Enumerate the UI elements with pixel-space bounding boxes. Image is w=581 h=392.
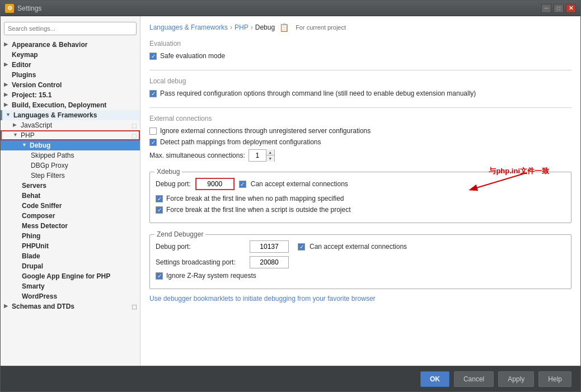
xdebug-force-break-no-mapping-checkbox[interactable] (156, 195, 163, 202)
maximize-button[interactable]: □ (554, 4, 564, 13)
xdebug-container: Xdebug Debug port: Can accept external c… (149, 172, 571, 223)
arrow-spacer (4, 51, 11, 58)
project-icon: 📋 (279, 23, 289, 32)
sidebar-item-label: PHPUnit (22, 242, 49, 250)
pass-options-label: Pass required configuration options thro… (160, 89, 476, 97)
sidebar-item-blade[interactable]: Blade (1, 251, 140, 261)
sidebar-item-drupal[interactable]: Drupal (1, 261, 140, 271)
breadcrumb-languages[interactable]: Languages & Frameworks (149, 23, 228, 31)
sidebar-item-label: DBGp Proxy (31, 162, 68, 169)
xdebug-can-accept-label: Can accept external connections (251, 180, 348, 188)
cancel-button[interactable]: Cancel (454, 371, 494, 387)
sidebar-item-editor[interactable]: ▶ Editor (1, 60, 140, 70)
app-icon: ⚙ (5, 4, 14, 13)
arrow-spacer (4, 72, 11, 78)
safe-mode-row: Safe evaluation mode (149, 52, 571, 60)
xdebug-box: Xdebug Debug port: Can accept external c… (149, 172, 571, 223)
zend-ignore-zray-row: Ignore Z-Ray system requests (156, 272, 565, 280)
sidebar-item-servers[interactable]: Servers (1, 181, 140, 191)
apply-button[interactable]: Apply (498, 371, 534, 387)
sidebar-item-composer[interactable]: Composer (1, 211, 140, 221)
sidebar-item-php[interactable]: ▼ PHP ⬚ (1, 130, 140, 140)
sidebar-item-languages[interactable]: ▼ Languages & Frameworks (1, 110, 140, 120)
external-connections-section: External connections Ignore external con… (149, 115, 571, 162)
sidebar-item-smarty[interactable]: Smarty (1, 281, 140, 291)
sidebar-item-label: Keymap (12, 51, 38, 59)
xdebug-port-input[interactable] (195, 178, 235, 190)
close-button[interactable]: ✕ (566, 4, 576, 13)
search-input[interactable] (4, 22, 137, 35)
minimize-button[interactable]: ─ (541, 4, 551, 13)
xdebug-force-break-outside-label: Force break at the first line when a scr… (166, 206, 351, 214)
sidebar-item-label: Code Sniffer (22, 202, 62, 210)
safe-mode-label: Safe evaluation mode (160, 52, 225, 60)
sidebar-item-step-filters[interactable]: Step Filters (1, 171, 140, 181)
sidebar: ▶ Appearance & Behavior Keymap ▶ Editor … (1, 16, 140, 366)
zend-broadcast-port-input[interactable] (250, 256, 289, 268)
help-button[interactable]: Help (538, 371, 571, 387)
sidebar-item-debug[interactable]: ▼ Debug (1, 140, 140, 150)
breadcrumb-php[interactable]: PHP (235, 23, 249, 31)
detect-path-row: Detect path mappings from deployment con… (149, 138, 571, 146)
sidebar-item-build[interactable]: ▶ Build, Execution, Deployment (1, 100, 140, 110)
settings-window: ⚙ Settings ─ □ ✕ ▶ Appearance & Behavior… (0, 0, 581, 392)
sidebar-item-label: Plugins (12, 71, 36, 79)
ignore-unregistered-checkbox[interactable] (149, 127, 157, 135)
sidebar-item-behat[interactable]: Behat (1, 191, 140, 201)
zend-ignore-zray-label: Ignore Z-Ray system requests (166, 272, 256, 280)
sidebar-item-label: Composer (22, 212, 55, 220)
spin-up-button[interactable]: ▲ (266, 149, 274, 155)
sidebar-item-plugins[interactable]: Plugins (1, 70, 140, 80)
zend-broadcast-port-label: Settings broadcasting port: (156, 258, 245, 266)
title-bar: ⚙ Settings ─ □ ✕ (1, 1, 580, 16)
max-connections-label: Max. simultaneous connections: (149, 152, 245, 159)
safe-mode-checkbox[interactable] (149, 53, 157, 60)
sidebar-item-version-control[interactable]: ▶ Version Control (1, 80, 140, 90)
arrow-icon: ▶ (4, 92, 11, 98)
debugger-bookmarklet-link[interactable]: Use debugger bookmarklets to initiate de… (149, 295, 571, 303)
max-connections-spinner[interactable]: ▲ ▼ (249, 149, 275, 162)
breadcrumb: Languages & Frameworks › PHP › Debug 📋 F… (149, 23, 571, 32)
sidebar-item-phing[interactable]: Phing (1, 231, 140, 241)
sidebar-item-mess-detector[interactable]: Mess Detector (1, 221, 140, 231)
sidebar-item-label: JavaScript (21, 121, 52, 129)
xdebug-force-break-outside-checkbox[interactable] (156, 206, 163, 214)
sidebar-item-javascript[interactable]: ▶ JavaScript ⬚ (1, 120, 140, 130)
external-connections-title: External connections (149, 115, 571, 122)
local-debug-section: Local debug Pass required configuration … (149, 77, 571, 97)
xdebug-force-break-no-mapping-label: Force break at the first line when no pa… (166, 195, 344, 202)
zend-can-accept-checkbox[interactable] (298, 243, 305, 251)
sidebar-item-google-app[interactable]: Google App Engine for PHP (1, 271, 140, 281)
arrow-icon: ▶ (4, 41, 11, 48)
zend-debugger-box: Zend Debugger Debug port: Can accept ext… (149, 234, 571, 289)
sidebar-item-label: Schemas and DTDs (12, 303, 74, 310)
window-title: Settings (17, 4, 541, 12)
max-connections-row: Max. simultaneous connections: ▲ ▼ (149, 149, 571, 162)
sidebar-item-project[interactable]: ▶ Project: 15.1 (1, 90, 140, 100)
sidebar-item-keymap[interactable]: Keymap (1, 50, 140, 60)
xdebug-title: Xdebug (154, 168, 182, 176)
sidebar-item-phpunit[interactable]: PHPUnit (1, 241, 140, 251)
zend-debug-port-input[interactable] (250, 240, 289, 253)
sidebar-item-appearance[interactable]: ▶ Appearance & Behavior (1, 40, 140, 50)
zend-ignore-zray-checkbox[interactable] (156, 272, 163, 280)
sidebar-item-dbgp-proxy[interactable]: DBGp Proxy (1, 160, 140, 171)
pass-options-checkbox[interactable] (149, 90, 157, 97)
sidebar-item-skipped-paths[interactable]: Skipped Paths (1, 150, 140, 160)
ignore-unregistered-label: Ignore external connections through unre… (160, 127, 371, 135)
spin-down-button[interactable]: ▼ (266, 155, 274, 162)
sidebar-item-code-sniffer[interactable]: Code Sniffer (1, 201, 140, 211)
sidebar-item-label: PHP (21, 131, 35, 139)
sidebar-item-label: Mess Detector (22, 222, 68, 230)
detect-path-label: Detect path mappings from deployment con… (160, 138, 321, 146)
arrow-icon: ▶ (4, 62, 11, 68)
xdebug-can-accept-checkbox[interactable] (239, 181, 246, 188)
max-connections-input[interactable] (249, 152, 266, 159)
sidebar-item-wordpress[interactable]: WordPress (1, 291, 140, 301)
sidebar-item-label: Smarty (22, 282, 45, 290)
sidebar-item-label: Step Filters (31, 172, 65, 180)
sidebar-item-label: Phing (22, 232, 40, 240)
ok-button[interactable]: OK (420, 371, 449, 387)
detect-path-checkbox[interactable] (149, 139, 157, 146)
sidebar-item-schemas[interactable]: ▶ Schemas and DTDs ⬚ (1, 301, 140, 311)
